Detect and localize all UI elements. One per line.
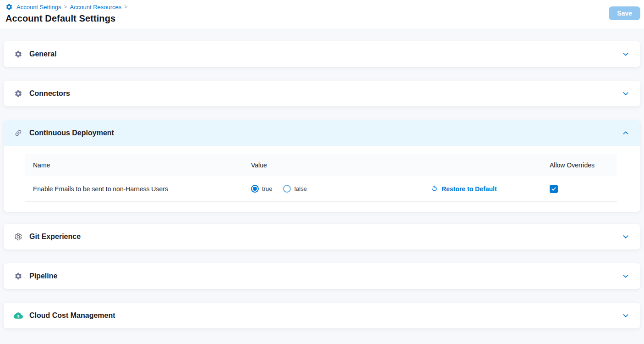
breadcrumb-separator: >: [64, 4, 67, 10]
column-header-name: Name: [25, 161, 243, 169]
column-header-value: Value: [243, 161, 423, 169]
chevron-up-icon[interactable]: [622, 129, 629, 137]
chevron-down-icon[interactable]: [622, 312, 629, 319]
restore-icon: [431, 185, 438, 193]
allow-overrides-checkbox-checked[interactable]: [550, 185, 558, 193]
radio-true-selected[interactable]: [251, 185, 259, 193]
svg-text:$: $: [17, 314, 20, 318]
table-row: Enable Emails to be sent to non-Harness …: [25, 176, 617, 202]
section-label: Cloud Cost Management: [29, 311, 622, 320]
chevron-down-icon[interactable]: [622, 50, 629, 58]
allow-overrides-cell: [542, 185, 617, 193]
gear-icon: [14, 89, 23, 98]
chevron-down-icon[interactable]: [622, 90, 629, 97]
setting-value-radio-group: true false: [243, 185, 423, 193]
gear-outline-icon: [14, 233, 23, 241]
section-header-pipeline[interactable]: Pipeline: [4, 263, 640, 289]
cloud-dollar-icon: $: [14, 311, 23, 320]
section-header-general[interactable]: General: [4, 41, 640, 67]
section-label: Connectors: [29, 89, 622, 98]
breadcrumb-separator: >: [124, 4, 127, 10]
settings-gear-icon: [5, 3, 13, 11]
breadcrumb-link-account-settings[interactable]: Account Settings: [16, 4, 61, 11]
section-label: Pipeline: [29, 272, 622, 280]
page-header: Account Settings > Account Resources > A…: [0, 0, 644, 28]
section-header-git-experience[interactable]: Git Experience: [4, 224, 640, 250]
section-card-git-experience: Git Experience: [4, 224, 640, 250]
column-header-allow-overrides: Allow Overrides: [542, 161, 617, 169]
breadcrumb-link-account-resources[interactable]: Account Resources: [70, 4, 122, 11]
radio-label: true: [262, 185, 272, 192]
breadcrumb: Account Settings > Account Resources >: [5, 3, 640, 11]
link-icon: [14, 129, 23, 137]
section-card-pipeline: Pipeline: [4, 263, 640, 289]
section-card-continuous-deployment: Continuous Deployment Name Value Allow O…: [4, 120, 640, 212]
section-header-cloud-cost-management[interactable]: $ Cloud Cost Management: [4, 303, 640, 328]
section-label: Git Experience: [29, 233, 622, 241]
restore-label: Restore to Default: [442, 185, 497, 193]
section-card-cloud-cost-management: $ Cloud Cost Management: [4, 303, 640, 328]
section-card-connectors: Connectors: [4, 81, 640, 106]
gear-icon: [14, 50, 23, 58]
section-card-general: General: [4, 41, 640, 67]
section-header-continuous-deployment[interactable]: Continuous Deployment: [4, 120, 640, 146]
radio-option-true[interactable]: true: [251, 185, 272, 193]
section-label: Continuous Deployment: [29, 129, 622, 137]
section-header-connectors[interactable]: Connectors: [4, 81, 640, 106]
save-button[interactable]: Save: [609, 6, 640, 20]
radio-false-unselected[interactable]: [283, 185, 291, 193]
restore-to-default-link[interactable]: Restore to Default: [431, 185, 497, 193]
chevron-down-icon[interactable]: [622, 233, 629, 240]
radio-label: false: [294, 185, 306, 192]
gear-icon: [14, 272, 23, 280]
radio-option-false[interactable]: false: [283, 185, 306, 193]
section-label: General: [29, 50, 622, 58]
section-body-continuous-deployment: Name Value Allow Overrides Enable Emails…: [4, 146, 640, 212]
setting-name: Enable Emails to be sent to non-Harness …: [25, 185, 243, 193]
restore-cell: Restore to Default: [423, 185, 542, 193]
table-header-row: Name Value Allow Overrides: [25, 154, 617, 176]
page-title: Account Default Settings: [5, 13, 640, 24]
settings-table: Name Value Allow Overrides Enable Emails…: [25, 154, 617, 202]
chevron-down-icon[interactable]: [622, 272, 629, 280]
